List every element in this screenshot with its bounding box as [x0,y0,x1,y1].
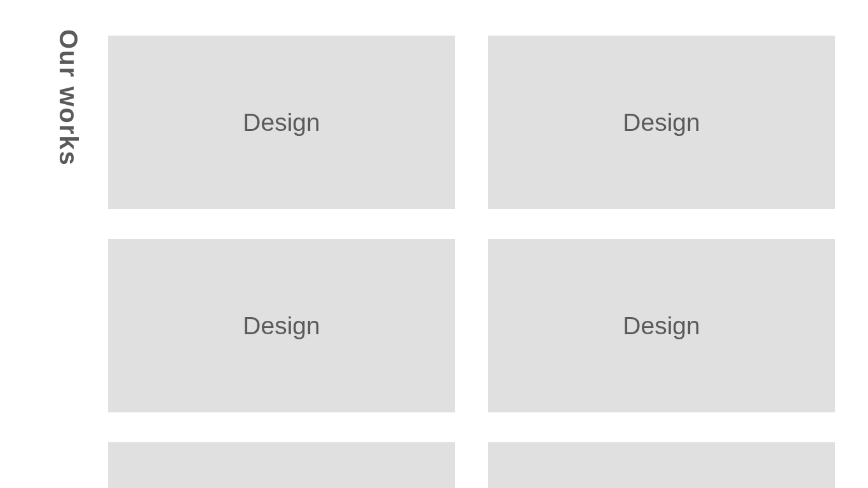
work-card-label: Design [243,109,320,137]
work-card[interactable]: Design [108,442,455,488]
work-card[interactable]: Design [108,239,455,412]
work-card[interactable]: Design [108,36,455,209]
work-card-label: Design [623,312,700,340]
work-card[interactable]: Design [488,239,835,412]
works-grid: Design Design Design Design Design Desig… [108,36,835,488]
work-card-label: Design [623,109,700,137]
work-card-label: Design [243,312,320,340]
work-card[interactable]: Design [488,442,835,488]
section-heading: Our works [54,29,83,166]
work-card[interactable]: Design [488,36,835,209]
